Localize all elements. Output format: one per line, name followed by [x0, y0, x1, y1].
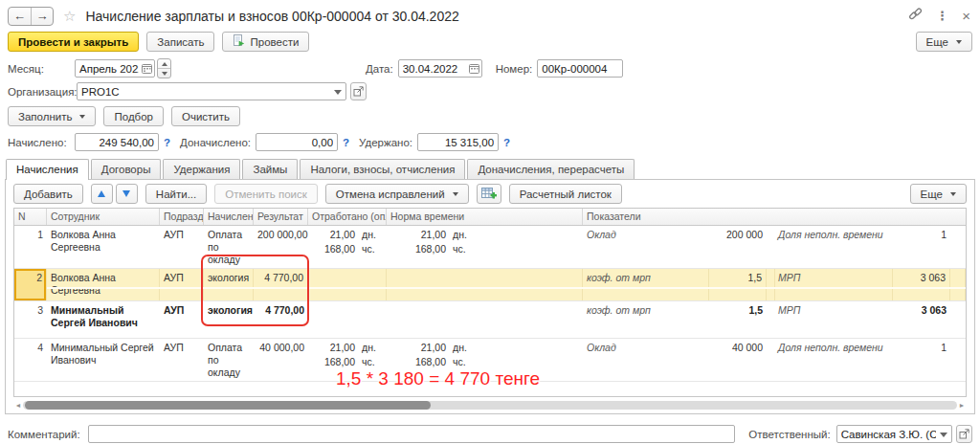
- worked-cell[interactable]: 21,00дн.168,00чс.: [308, 226, 387, 268]
- fill-button[interactable]: Заполнить: [8, 106, 96, 126]
- indicator-name-cell[interactable]: МРП: [774, 301, 893, 338]
- chevron-down-icon[interactable]: [940, 433, 947, 441]
- spacer-cell[interactable]: [767, 301, 774, 338]
- copy-link-icon[interactable]: [908, 7, 923, 24]
- tab-5[interactable]: Налоги, взносы, отчисления: [300, 159, 465, 179]
- scrollbar-track[interactable]: [23, 401, 957, 410]
- calendar-icon[interactable]: [469, 63, 479, 76]
- result-cell[interactable]: 40 000,00: [254, 339, 308, 381]
- indicator-value-cell[interactable]: 1: [893, 226, 950, 268]
- chevron-down-icon[interactable]: [334, 90, 342, 99]
- scroll-left-icon[interactable]: ◄: [13, 400, 23, 411]
- forward-arrow-icon[interactable]: →: [31, 8, 53, 25]
- employee-cell[interactable]: Волкова Анна Сергеевна: [47, 269, 160, 300]
- indicator-name-cell[interactable]: Оклад: [583, 226, 709, 268]
- table-row[interactable]: 3Минимальный Сергей ИвановичАУПэкология4…: [14, 301, 966, 339]
- employee-cell[interactable]: Минимальный Сергей Иванович: [47, 301, 160, 338]
- result-cell[interactable]: 200 000,00: [254, 226, 308, 268]
- norm-cell[interactable]: [387, 301, 583, 338]
- post-button[interactable]: Провести: [222, 32, 309, 52]
- department-cell[interactable]: АУП: [160, 301, 204, 338]
- added-input[interactable]: [256, 134, 337, 150]
- worked-cell[interactable]: [308, 301, 387, 338]
- spacer-cell[interactable]: [950, 301, 966, 338]
- indicator-name-cell[interactable]: Доля неполн. времени: [774, 226, 893, 268]
- spin-down-icon[interactable]: [158, 69, 170, 78]
- column-header-n[interactable]: N: [14, 209, 47, 225]
- row-number-cell[interactable]: 3: [14, 301, 47, 338]
- indicator-value-cell[interactable]: 1,5: [709, 301, 767, 338]
- more-button-top[interactable]: Еще: [916, 32, 972, 52]
- table-settings-button[interactable]: [477, 184, 501, 204]
- comment-input[interactable]: [89, 426, 735, 442]
- column-header-norm[interactable]: Норма времени: [387, 209, 583, 225]
- spin-up-icon[interactable]: [158, 59, 170, 69]
- indicator-value-cell[interactable]: 1,5: [709, 269, 767, 300]
- norm-cell[interactable]: 21,00дн.168,00чс.: [387, 226, 583, 268]
- indicator-name-cell[interactable]: коэф. от мрп: [583, 301, 709, 338]
- cancel-search-button[interactable]: Отменить поиск: [214, 184, 318, 204]
- added-field[interactable]: [256, 133, 338, 151]
- row-number-cell[interactable]: 1: [14, 226, 47, 268]
- help-icon[interactable]: ?: [164, 137, 170, 148]
- organization-field[interactable]: [77, 82, 346, 100]
- accrual-cell[interactable]: экология: [204, 301, 254, 338]
- month-field[interactable]: [75, 59, 155, 78]
- tab-2[interactable]: Договоры: [91, 159, 162, 179]
- move-down-button[interactable]: [116, 184, 138, 204]
- department-cell[interactable]: АУП: [160, 269, 204, 300]
- accrued-field[interactable]: [75, 133, 159, 151]
- tab-4[interactable]: Займы: [242, 159, 298, 179]
- close-icon[interactable]: ×: [962, 9, 970, 23]
- table-row[interactable]: 1Волкова Анна СергеевнаАУПОплата по окла…: [14, 226, 966, 269]
- result-cell[interactable]: 4 770,00: [254, 269, 308, 300]
- indicator-value-cell[interactable]: 1: [893, 339, 950, 381]
- help-icon[interactable]: ?: [503, 137, 510, 148]
- column-header-accrual[interactable]: Начислен...: [204, 209, 254, 225]
- calendar-icon[interactable]: [142, 63, 152, 76]
- clear-button[interactable]: Очистить: [171, 106, 240, 126]
- responsible-input[interactable]: [837, 426, 952, 442]
- open-responsible-icon[interactable]: [956, 425, 972, 443]
- tab-3[interactable]: Удержания: [163, 159, 240, 179]
- pick-button[interactable]: Подбор: [103, 106, 164, 126]
- employee-cell[interactable]: Волкова Анна Сергеевна: [47, 226, 160, 268]
- indicator-value-cell[interactable]: 3 063: [893, 301, 950, 338]
- column-header-employee[interactable]: Сотрудник: [47, 209, 160, 225]
- post-and-close-button[interactable]: Провести и закрыть: [8, 32, 139, 52]
- withheld-field[interactable]: [417, 133, 499, 151]
- date-field[interactable]: [398, 59, 482, 78]
- department-cell[interactable]: АУП: [160, 339, 204, 381]
- indicator-value-cell[interactable]: 3 063: [893, 269, 950, 300]
- favorite-star-icon[interactable]: ☆: [63, 8, 76, 25]
- scrollbar-thumb[interactable]: [25, 401, 431, 410]
- accrual-cell[interactable]: экология: [204, 269, 254, 300]
- indicator-name-cell[interactable]: коэф. от мрп: [583, 269, 709, 300]
- indicator-name-cell[interactable]: Оклад: [583, 339, 709, 381]
- withheld-input[interactable]: [418, 134, 498, 150]
- number-field[interactable]: [537, 59, 623, 78]
- comment-field[interactable]: [88, 425, 736, 443]
- worked-cell[interactable]: [308, 269, 387, 300]
- tab-6[interactable]: Доначисления, перерасчеты: [467, 159, 635, 179]
- move-up-button[interactable]: [91, 184, 113, 204]
- spacer-cell[interactable]: [767, 339, 774, 381]
- department-cell[interactable]: АУП: [160, 226, 204, 268]
- spacer-cell[interactable]: [950, 339, 966, 381]
- help-icon[interactable]: ?: [343, 137, 349, 148]
- indicator-name-cell[interactable]: МРП: [774, 269, 893, 300]
- spacer-cell[interactable]: [950, 269, 966, 300]
- column-header-result[interactable]: Результат: [254, 209, 308, 225]
- more-button-table[interactable]: Еще: [910, 184, 967, 204]
- indicator-value-cell[interactable]: 40 000: [709, 339, 767, 381]
- indicator-value-cell[interactable]: 200 000: [709, 226, 767, 268]
- result-cell[interactable]: 4 770,00: [254, 301, 308, 338]
- spacer-cell[interactable]: [767, 226, 774, 268]
- column-header-department[interactable]: Подразде...: [160, 209, 204, 225]
- open-organization-icon[interactable]: [350, 82, 367, 100]
- tab-1[interactable]: Начисления: [6, 159, 89, 180]
- more-menu-icon[interactable]: ⋮: [936, 9, 948, 23]
- indicator-name-cell[interactable]: Доля неполн. времени: [774, 339, 893, 381]
- write-button[interactable]: Записать: [146, 32, 214, 52]
- cancel-corrections-button[interactable]: Отмена исправлений: [325, 184, 469, 204]
